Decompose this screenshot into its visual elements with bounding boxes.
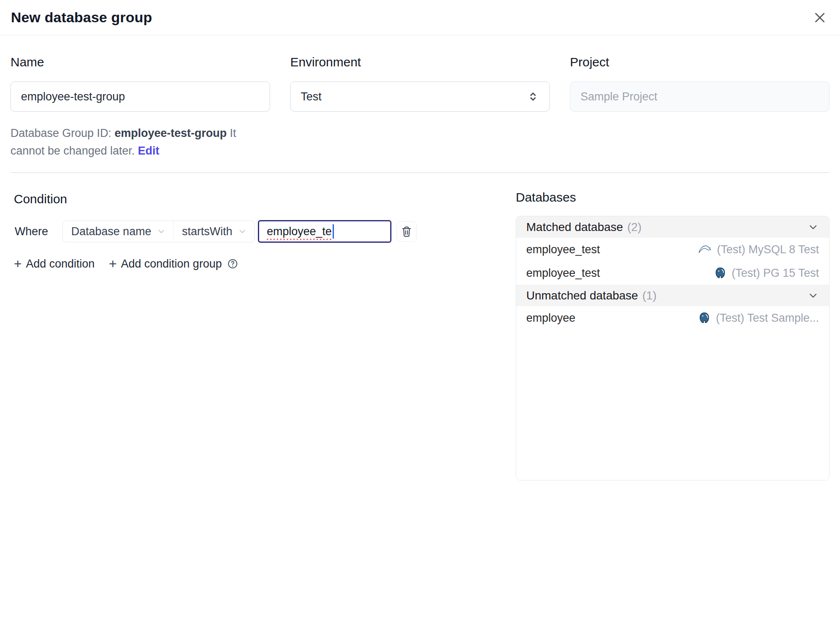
- add-condition-group-label: Add condition group: [121, 257, 222, 270]
- condition-select-group: Database name startsWith: [63, 220, 255, 242]
- group-id-value: employee-test-group: [115, 127, 227, 139]
- panel-empty-space: [516, 330, 829, 480]
- database-name: employee: [526, 312, 575, 325]
- chevron-down-icon: [807, 290, 819, 302]
- databases-panel: Matched database(2) employee_test (: [516, 216, 830, 480]
- database-instance: (Test) MySQL 8 Test: [698, 243, 819, 256]
- condition-operator-select[interactable]: startsWith: [173, 221, 254, 242]
- chevron-down-icon: [156, 226, 166, 236]
- dialog-title: New database group: [11, 9, 152, 26]
- instance-label: (Test) Test Sample...: [716, 312, 819, 325]
- environment-selected-value: Test: [301, 90, 322, 103]
- postgres-icon: [714, 267, 727, 279]
- databases-heading: Databases: [516, 191, 830, 204]
- database-name: employee_test: [526, 267, 600, 280]
- main-area: Condition Where Database name startsWith: [10, 173, 830, 480]
- instance-label: (Test) MySQL 8 Test: [717, 243, 819, 256]
- project-value: Sample Project: [580, 90, 657, 103]
- up-down-chevrons-icon: [527, 90, 539, 103]
- condition-heading: Condition: [14, 192, 516, 206]
- postgres-icon: [698, 312, 711, 324]
- plus-icon: +: [14, 257, 22, 270]
- database-row: employee (Test) Test Sample...: [516, 306, 829, 330]
- name-input[interactable]: [10, 81, 270, 112]
- project-label: Project: [570, 55, 830, 69]
- dialog-header: New database group: [0, 0, 840, 35]
- instance-label: (Test) PG 15 Test: [732, 267, 819, 280]
- condition-row: Where Database name startsWith employee_…: [10, 220, 516, 243]
- condition-value-text: employee_te: [267, 225, 332, 238]
- trash-icon: [401, 226, 412, 237]
- environment-field-group: Environment Test: [290, 55, 550, 160]
- unmatched-database-title: Unmatched database(1): [526, 289, 656, 302]
- database-name: employee_test: [526, 243, 600, 256]
- add-condition-group-button[interactable]: + Add condition group: [109, 257, 222, 270]
- unmatched-database-count: (1): [642, 289, 656, 302]
- edit-id-link[interactable]: Edit: [138, 144, 159, 157]
- database-row: employee_test (Test) PG 15 Test: [516, 261, 829, 285]
- condition-value-input[interactable]: employee_te: [258, 220, 391, 243]
- databases-section: Databases Matched database(2) employee_t…: [516, 173, 830, 480]
- chevron-down-icon: [807, 221, 819, 233]
- help-icon[interactable]: [227, 258, 239, 270]
- matched-database-title: Matched database(2): [526, 220, 642, 234]
- close-icon: [812, 10, 827, 25]
- add-condition-label: Add condition: [26, 257, 95, 270]
- condition-actions: + Add condition + Add condition group: [14, 257, 516, 270]
- add-condition-button[interactable]: + Add condition: [14, 257, 94, 270]
- close-button[interactable]: [811, 8, 829, 27]
- delete-condition-button[interactable]: [396, 221, 417, 242]
- chevron-down-icon: [237, 226, 247, 236]
- plus-icon: +: [109, 257, 117, 270]
- environment-label: Environment: [290, 55, 550, 69]
- project-input[interactable]: Sample Project: [570, 81, 830, 112]
- matched-database-count: (2): [627, 220, 641, 234]
- condition-section: Condition Where Database name startsWith: [10, 173, 516, 480]
- mysql-icon: [698, 244, 712, 255]
- environment-select[interactable]: Test: [290, 81, 550, 112]
- name-label: Name: [10, 55, 270, 69]
- name-field-group: Name Database Group ID: employee-test-gr…: [10, 55, 270, 160]
- database-instance: (Test) PG 15 Test: [714, 267, 819, 280]
- where-label: Where: [15, 225, 48, 238]
- matched-database-header[interactable]: Matched database(2): [516, 216, 829, 238]
- condition-field-value: Database name: [71, 225, 152, 238]
- project-field-group: Project Sample Project: [570, 55, 830, 160]
- condition-operator-value: startsWith: [182, 225, 232, 238]
- form-row: Name Database Group ID: employee-test-gr…: [10, 55, 830, 160]
- group-id-prefix: Database Group ID:: [10, 127, 115, 139]
- group-id-helper: Database Group ID: employee-test-group I…: [10, 124, 270, 160]
- text-caret: [333, 224, 334, 239]
- database-instance: (Test) Test Sample...: [698, 312, 819, 325]
- unmatched-database-header[interactable]: Unmatched database(1): [516, 285, 829, 306]
- condition-field-select[interactable]: Database name: [63, 221, 174, 242]
- database-row: employee_test (Test) MySQL 8 Test: [516, 238, 829, 261]
